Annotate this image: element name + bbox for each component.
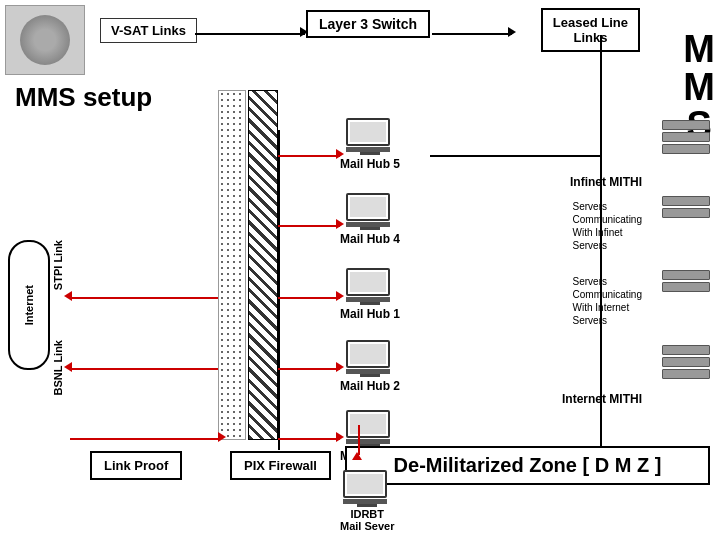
computer-icon-hub1 xyxy=(346,268,394,304)
pix-firewall-box: PIX Firewall xyxy=(230,451,331,480)
servers-infinet-label: Servers Communicating With Infinet Serve… xyxy=(573,200,642,252)
hub4-label: Mail Hub 4 xyxy=(340,232,400,246)
layer3-switch-label: Layer 3 Switch xyxy=(306,10,430,38)
hub2-label: Mail Hub 2 xyxy=(340,379,400,393)
layer3-leased-arrowhead xyxy=(508,27,516,37)
mail-hub-4: Mail Hub 4 xyxy=(340,193,400,246)
internet-server-icon xyxy=(662,270,710,292)
idrbt-mail-server: IDRBT Mail Sever xyxy=(340,470,394,532)
hub2-right-arrowhead xyxy=(336,362,344,372)
bsnl-link-label: BSNL Link xyxy=(52,340,64,395)
servers-internet-label: Servers Communicating With Internet Serv… xyxy=(573,275,642,327)
mail-hub-1: Mail Hub 1 xyxy=(340,268,400,321)
dotted-column xyxy=(218,90,246,440)
mms-setup-title: MMS setup xyxy=(15,82,152,113)
hub5-arrow-head xyxy=(336,149,344,159)
link-proof-box: Link Proof xyxy=(90,451,182,480)
hub3-right-arrowhead xyxy=(336,432,344,442)
vsat-arrow-line xyxy=(195,33,305,35)
crosshatch-column xyxy=(248,90,278,440)
idrbt-computer-icon xyxy=(343,470,391,506)
hub1-left-arrowhead xyxy=(64,291,72,301)
computer-icon-hub4 xyxy=(346,193,394,229)
vertical-main-line xyxy=(278,130,280,450)
hub1-left-arrow-line xyxy=(70,297,218,299)
hub5-arrow-line xyxy=(278,155,340,157)
hub3-left-arrowhead xyxy=(218,432,226,442)
hub3-left-line xyxy=(70,438,218,440)
mail-hub-5: Mail Hub 5 xyxy=(340,118,400,171)
main-container: V-SAT Links Layer 3 Switch Leased Line L… xyxy=(0,0,720,540)
hub2-right-line xyxy=(278,368,340,370)
right-vertical-segment1 xyxy=(600,155,602,255)
computer-icon-hub2 xyxy=(346,340,394,376)
hub4-arrow-line xyxy=(278,225,340,227)
leased-line-box: Leased Line Links xyxy=(541,8,640,52)
dmz-label: De-Militarized Zone [ D M Z ] xyxy=(345,446,710,485)
stpi-link-label: STPI Link xyxy=(52,240,64,290)
hub1-label: Mail Hub 1 xyxy=(340,307,400,321)
infinet-server-icon2 xyxy=(662,196,710,218)
hub1-right-arrow-line xyxy=(278,297,340,299)
leased-hub5-hline xyxy=(430,155,600,157)
infinet-mithi-label: Infinet MITHI xyxy=(570,175,642,189)
idrbt-arrow-head xyxy=(352,452,362,460)
internet-mithi-icon xyxy=(662,345,710,379)
hub5-label: Mail Hub 5 xyxy=(340,157,400,171)
infinet-server-icon xyxy=(662,120,710,154)
hub2-left-line xyxy=(70,368,218,370)
internet-cloud: Internet xyxy=(8,240,50,370)
computer-icon-hub3 xyxy=(346,410,394,446)
idrbt-label: IDRBT Mail Sever xyxy=(340,508,394,532)
satellite-image xyxy=(5,5,85,75)
layer3-leased-line xyxy=(432,33,512,35)
hub2-left-arrowhead xyxy=(64,362,72,372)
internet-mithi-label: Internet MITHI xyxy=(562,392,642,406)
vsat-label: V-SAT Links xyxy=(100,18,197,43)
hub1-right-arrowhead xyxy=(336,291,344,301)
hub3-right-line xyxy=(278,438,340,440)
internet-label: Internet xyxy=(23,285,35,325)
computer-icon-hub5 xyxy=(346,118,394,154)
mail-hub-2: Mail Hub 2 xyxy=(340,340,400,393)
hub4-arrow-head xyxy=(336,219,344,229)
idrbt-arrow-v xyxy=(358,425,360,455)
